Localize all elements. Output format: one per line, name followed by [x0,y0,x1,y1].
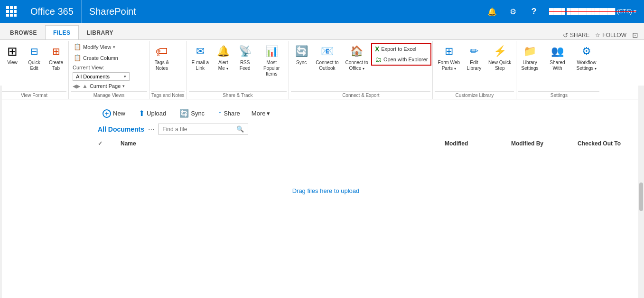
view-button[interactable]: ⊞ View [2,42,23,67]
rss-feed-button[interactable]: 📡 RSSFeed [234,42,255,73]
connect-outlook-button[interactable]: 📧 Connect toOutlook [313,42,341,73]
library-settings-button[interactable]: 📁 LibrarySettings [518,42,541,73]
connect-outlook-label: Connect toOutlook [316,60,338,71]
notification-button[interactable]: 🔔 [483,2,502,21]
open-explorer-label: Open with Explorer [383,57,428,62]
view-format-content: ⊞ View ⊟ QuickEdit ⊞ CreateTab [2,42,66,90]
th-checked-out[interactable]: Checked Out To [578,140,644,147]
view-icon: ⊞ [5,44,20,59]
nav-right-arrow[interactable]: ▶ [76,83,80,89]
search-icon: 🔍 [236,125,244,133]
ribbon-group-view-format: ⊞ View ⊟ QuickEdit ⊞ CreateTab View Form… [0,41,69,99]
export-excel-icon: X [375,45,379,53]
workflow-settings-icon: ⚙ [579,44,594,59]
tab-bar: BROWSE FILES LIBRARY ↺ SHARE ☆ FOLLOW ⊡ [0,23,644,40]
sync-button[interactable]: 🔄 Sync [291,42,312,67]
tags-notes-label: Tags &Notes [155,60,169,71]
shared-with-icon: 👥 [550,44,565,59]
top-nav: Office 365 SharePoint 🔔 ⚙ ? ████ ███████… [0,0,644,23]
tab-library[interactable]: LIBRARY [79,25,121,39]
star-icon: ☆ [595,32,600,38]
alert-me-button[interactable]: 🔔 AlertMe ▾ [213,42,233,73]
tab-browse[interactable]: BROWSE [2,25,45,39]
form-web-parts-button[interactable]: ⊞ Form WebParts ▾ [435,42,463,73]
sync-toolbar-button[interactable]: 🔄 Sync [175,107,209,120]
search-input[interactable] [162,126,233,133]
open-explorer-button[interactable]: 🗂 Open with Explorer [372,54,431,65]
focus-button[interactable]: ⊡ [632,31,638,39]
connect-outlook-icon: 📧 [319,44,335,59]
customize-library-content: ⊞ Form WebParts ▾ ✏ EditLibrary ⚡ New Qu… [435,42,514,90]
new-label: New [113,110,125,117]
rss-feed-icon: 📡 [237,44,252,59]
edit-library-label: EditLibrary [467,60,482,71]
focus-icon: ⊡ [632,31,638,39]
new-quick-step-button[interactable]: ⚡ New QuickStep [485,42,514,73]
create-tab-icon: ⊞ [48,44,64,59]
follow-button[interactable]: ☆ FOLLOW [595,32,626,38]
create-column-button[interactable]: 📋 Create Column [71,53,121,63]
ribbon: ⊞ View ⊟ QuickEdit ⊞ CreateTab View Form… [0,40,644,99]
share-button[interactable]: ↺ SHARE [563,32,589,39]
sync-label: Sync [296,60,307,66]
help-button[interactable]: ? [524,2,543,21]
library-settings-label: LibrarySettings [521,60,538,71]
sync-toolbar-icon: 🔄 [179,109,189,118]
more-arrow-icon: ▾ [267,110,270,117]
customize-library-group-label: Customize Library [435,91,514,99]
email-link-button[interactable]: ✉ E-mail aLink [189,42,212,73]
edit-library-button[interactable]: ✏ EditLibrary [464,42,485,73]
current-page-button[interactable]: ▲ Current Page [82,83,121,89]
scroll-thumb[interactable] [639,183,643,194]
user-name[interactable]: ████ ████████████ (CTS) ▾ [545,8,640,15]
scrollbar[interactable] [638,86,644,194]
more-button[interactable]: More ▾ [249,108,273,119]
settings-group-label: Settings [518,91,599,99]
open-explorer-icon: 🗂 [375,56,382,63]
th-modified-by[interactable]: Modified By [511,140,578,147]
quick-edit-button[interactable]: ⊟ QuickEdit [24,42,45,73]
share-toolbar-icon: ↑ [218,109,222,118]
connect-export-group-label: Connect & Export [291,91,430,99]
create-tab-button[interactable]: ⊞ CreateTab [46,42,66,73]
edit-library-icon: ✏ [467,44,482,59]
export-excel-label: Export to Excel [381,46,416,52]
alert-me-label: AlertMe ▾ [218,60,228,71]
user-chevron: ▾ [634,8,636,15]
tab-files[interactable]: FILES [45,25,79,39]
modify-view-icon: 📋 [74,43,81,50]
app-grid-button[interactable] [0,0,23,23]
share-toolbar-button[interactable]: ↑ Share [213,107,245,120]
nav-left-arrow[interactable]: ◀ [73,83,76,89]
upload-button[interactable]: ⬆ Upload [134,107,171,120]
new-button[interactable]: + New [98,107,130,120]
sync-toolbar-label: Sync [191,110,205,117]
search-box[interactable]: 🔍 [158,124,248,135]
current-view-label: Current View: [71,64,106,71]
more-label: More [252,110,266,117]
create-column-label: Create Column [83,55,118,61]
modify-view-label: Modify View [83,44,111,50]
navigate-up-row: ◀ ▶ ▲ Current Page ▾ [71,82,127,90]
shared-with-button[interactable]: 👥 Shared With [542,42,572,73]
export-excel-button[interactable]: X Export to Excel [372,44,431,54]
view-row: All Documents ··· 🔍 [8,124,644,138]
workflow-settings-button[interactable]: ⚙ WorkflowSettings ▾ [573,42,599,73]
th-name[interactable]: Name [121,140,445,147]
manage-views-group-label: Manage Views [71,91,147,99]
connect-office-icon: 🏠 [349,44,364,59]
tags-notes-button[interactable]: 🏷 Tags &Notes [151,42,172,73]
grid-icon [6,6,17,17]
view-dots-button[interactable]: ··· [148,125,154,134]
connect-office-button[interactable]: 🏠 Connect toOffice ▾ [343,42,371,73]
most-popular-button[interactable]: 📊 Most PopularItems [256,42,287,79]
drag-upload-label: Drag files here to upload [292,187,360,194]
main-content: + New ⬆ Upload 🔄 Sync ↑ Share More ▾ All… [0,99,644,194]
view-label: View [7,60,18,66]
shared-with-label: Shared With [545,60,569,71]
th-modified[interactable]: Modified [445,140,511,147]
share-toolbar-label: Share [224,110,240,117]
current-view-dropdown[interactable]: All Documents ▾ [71,72,131,81]
settings-button[interactable]: ⚙ [504,2,523,21]
modify-view-button[interactable]: 📋 Modify View ▾ [71,42,118,52]
